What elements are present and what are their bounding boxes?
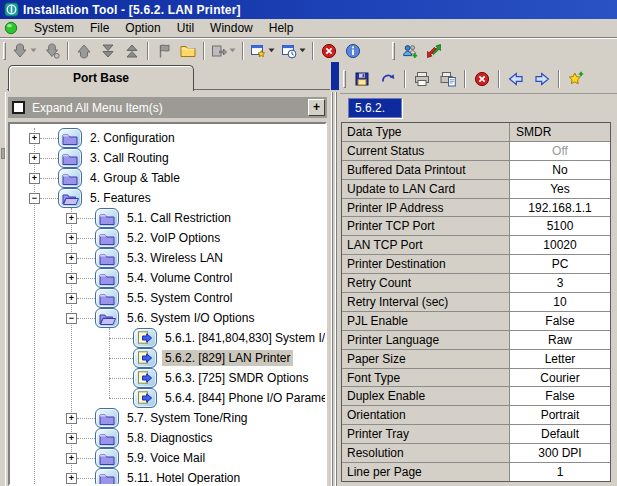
property-value[interactable]: 5100 <box>510 217 610 235</box>
expand-icon[interactable]: + <box>66 233 77 244</box>
table-row[interactable]: PJL EnableFalse <box>342 312 610 331</box>
table-row[interactable]: LAN TCP Port10020 <box>342 236 610 255</box>
table-row[interactable]: Update to LAN CardYes <box>342 180 610 199</box>
property-value[interactable]: 192.168.1.1 <box>510 199 610 217</box>
property-value[interactable]: Letter <box>510 350 610 368</box>
star-plus-button[interactable] <box>563 67 589 91</box>
tree-item[interactable]: 5.6.2. [829] LAN Printer <box>10 348 325 368</box>
table-row[interactable]: Printer LanguageRaw <box>342 331 610 350</box>
expand-icon[interactable]: + <box>66 293 77 304</box>
table-row[interactable]: Printer IP Address192.168.1.1 <box>342 199 610 218</box>
table-row[interactable]: Current StatusOff <box>342 142 610 161</box>
table-row[interactable]: OrientationPortrait <box>342 406 610 425</box>
property-value[interactable]: Raw <box>510 331 610 349</box>
sync-arrows-button[interactable] <box>422 40 446 62</box>
property-value[interactable]: 10020 <box>510 236 610 254</box>
menu-code-field[interactable]: 5.6.2. <box>348 98 402 118</box>
property-value[interactable]: Off <box>510 142 610 160</box>
table-row[interactable]: Resolution300 DPI <box>342 444 610 463</box>
tree-item[interactable]: +5.11. Hotel Operation <box>10 468 325 486</box>
tree-item[interactable]: +5.1. Call Restriction <box>10 208 325 228</box>
menu-util[interactable]: Util <box>169 20 202 36</box>
menu-file[interactable]: File <box>82 20 117 36</box>
table-row[interactable]: Buffered Data PrintoutNo <box>342 161 610 180</box>
print-button[interactable] <box>409 67 435 91</box>
tree-item[interactable]: 5.6.4. [844] Phone I/O Parameter <box>10 388 325 408</box>
tree-item[interactable]: +5.4. Volume Control <box>10 268 325 288</box>
property-value[interactable]: False <box>510 312 610 330</box>
menu-system[interactable]: System <box>26 20 82 36</box>
panel-splitter[interactable] <box>330 62 340 486</box>
expand-icon[interactable]: + <box>66 273 77 284</box>
tree-item[interactable]: +5.9. Voice Mail <box>10 448 325 468</box>
tree-item[interactable]: −5.6. System I/O Options <box>10 308 325 328</box>
property-value[interactable]: Default <box>510 425 610 443</box>
form-toolbar-grip[interactable] <box>343 70 346 88</box>
tab-port-base[interactable]: Port Base <box>8 65 194 91</box>
info-button[interactable] <box>341 40 365 62</box>
tree-item[interactable]: −5. Features <box>10 188 325 208</box>
collapse-icon[interactable]: − <box>29 193 40 204</box>
add-user-button[interactable] <box>398 40 422 62</box>
abort-button[interactable] <box>469 67 495 91</box>
table-row[interactable]: Line per Page1 <box>342 463 610 481</box>
tree-item[interactable]: +5.2. VoIP Options <box>10 228 325 248</box>
tree-item[interactable]: +3. Call Routing <box>10 148 325 168</box>
expand-icon[interactable]: + <box>66 433 77 444</box>
collapse-icon[interactable]: − <box>66 313 77 324</box>
tree-item[interactable]: 5.6.1. [841,804,830] System I/O P <box>10 328 325 348</box>
expand-icon[interactable]: + <box>66 453 77 464</box>
folder-button[interactable] <box>176 40 200 62</box>
property-value[interactable]: No <box>510 161 610 179</box>
redo-button[interactable] <box>375 67 401 91</box>
property-value[interactable]: PC <box>510 255 610 273</box>
table-row[interactable]: Font TypeCourier <box>342 369 610 388</box>
tree-item[interactable]: +5.7. System Tone/Ring <box>10 408 325 428</box>
print-doc-button[interactable] <box>435 67 461 91</box>
property-value[interactable]: Courier <box>510 369 610 387</box>
expand-icon[interactable]: + <box>66 473 77 484</box>
property-value[interactable]: Portrait <box>510 406 610 424</box>
tree-item[interactable]: +5.5. System Control <box>10 288 325 308</box>
save-button[interactable] <box>349 67 375 91</box>
expand-icon[interactable]: + <box>29 173 40 184</box>
table-row[interactable]: Retry Interval (sec)10 <box>342 293 610 312</box>
menu-option[interactable]: Option <box>117 20 168 36</box>
window-star-button[interactable] <box>247 40 278 62</box>
menu-help[interactable]: Help <box>261 20 302 36</box>
expand-icon[interactable]: + <box>66 213 77 224</box>
toolbar-grip-2[interactable] <box>392 42 395 60</box>
tree-item[interactable]: 5.6.3. [725] SMDR Options <box>10 368 325 388</box>
toolbar-grip[interactable] <box>3 42 6 60</box>
tree-item[interactable]: +5.3. Wireless LAN <box>10 248 325 268</box>
menu-window[interactable]: Window <box>202 20 261 36</box>
back-button[interactable] <box>503 67 529 91</box>
property-value[interactable]: 10 <box>510 293 610 311</box>
property-value[interactable]: Yes <box>510 180 610 198</box>
property-value[interactable]: False <box>510 387 610 405</box>
expand-icon[interactable]: + <box>29 153 40 164</box>
table-row[interactable]: Printer DestinationPC <box>342 255 610 274</box>
expand-icon[interactable]: + <box>66 413 77 424</box>
property-value[interactable]: SMDR <box>510 123 610 141</box>
table-row[interactable]: Data TypeSMDR <box>342 123 610 142</box>
table-row[interactable]: Printer TrayDefault <box>342 425 610 444</box>
tree-item[interactable]: +5.8. Diagnostics <box>10 428 325 448</box>
expand-all-checkbox[interactable] <box>12 101 25 114</box>
property-value[interactable]: 3 <box>510 274 610 292</box>
table-row[interactable]: Printer TCP Port5100 <box>342 217 610 236</box>
abort-button[interactable] <box>317 40 341 62</box>
property-value[interactable]: 1 <box>510 463 610 481</box>
forward-button[interactable] <box>529 67 555 91</box>
expand-icon[interactable]: + <box>29 133 40 144</box>
window-clock-button[interactable] <box>278 40 309 62</box>
tree-item[interactable]: +4. Group & Table <box>10 168 325 188</box>
dock-grip[interactable] <box>1 148 5 159</box>
table-row[interactable]: Duplex EnableFalse <box>342 387 610 406</box>
table-row[interactable]: Retry Count3 <box>342 274 610 293</box>
expand-icon[interactable]: + <box>66 253 77 264</box>
tree-item[interactable]: +2. Configuration <box>10 128 325 148</box>
property-value[interactable]: 300 DPI <box>510 444 610 462</box>
table-row[interactable]: Paper SizeLetter <box>342 350 610 369</box>
expand-all-plus-button[interactable]: + <box>308 99 325 116</box>
